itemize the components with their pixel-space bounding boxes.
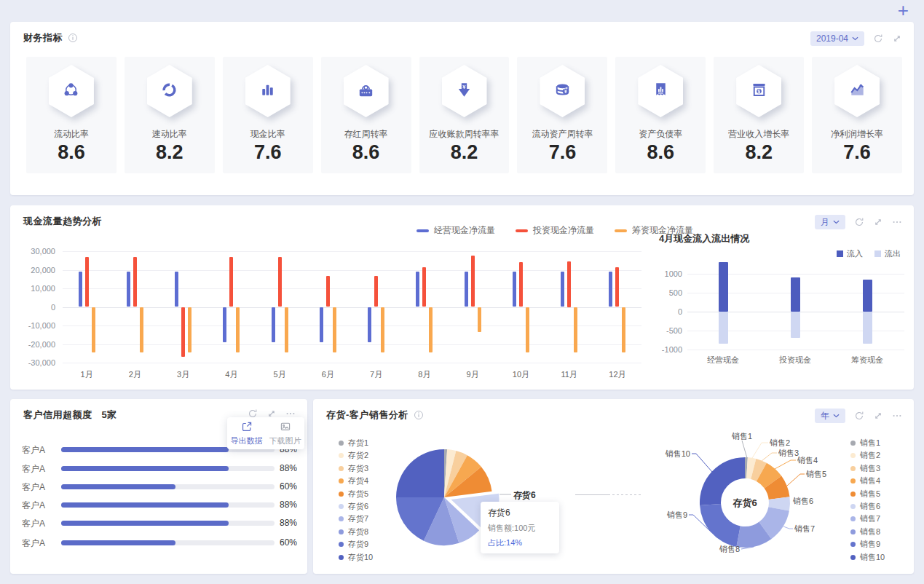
donut-callout-label: 销售5: [805, 470, 826, 478]
info-icon[interactable]: [68, 33, 78, 43]
customer-label: 客户A: [22, 537, 45, 550]
finance-period-dropdown[interactable]: 2019-04: [810, 31, 864, 46]
kpi-label: 流动资产周转率: [517, 128, 607, 141]
kpi-label: 存红周转率: [321, 128, 411, 141]
legend-dot: [339, 466, 344, 471]
progress-fill[interactable]: [61, 540, 175, 545]
inventory-period-dropdown[interactable]: 年: [815, 409, 845, 423]
donut-callout-label: 销售7: [794, 524, 815, 533]
legend-item[interactable]: 销售1: [850, 438, 880, 449]
refresh-icon[interactable]: [854, 217, 864, 227]
legend-dot: [339, 504, 344, 509]
legend-item[interactable]: 销售2: [850, 450, 880, 461]
kpi-card[interactable]: $营业收入增长率8.2: [714, 57, 804, 173]
legend-dot: [339, 492, 344, 497]
legend-item[interactable]: 销售8: [850, 526, 880, 537]
kpi-card[interactable]: 资产负债率8.6: [615, 57, 706, 173]
legend-dot: [850, 504, 856, 509]
legend-dot: [339, 453, 344, 458]
x-axis-label: 经营现金: [707, 355, 739, 366]
add-widget-button[interactable]: +: [898, 0, 909, 20]
legend-dot: [850, 555, 856, 560]
gridline: [687, 350, 904, 350]
dashboard: + 财务指标 2019-04 流动比率8.6速动比率8.2现金比率7.6存红周转…: [0, 0, 924, 584]
legend-item[interactable]: 销售10: [850, 552, 885, 563]
legend-item[interactable]: 存货6: [339, 501, 368, 512]
hexagon-badge: ¥: [540, 65, 585, 117]
cashflow-period-dropdown[interactable]: 月: [815, 215, 845, 229]
legend-item[interactable]: 存货3: [339, 463, 368, 474]
download-image-menu-item[interactable]: 下载图片: [266, 417, 304, 449]
y-axis-label: 0: [642, 307, 682, 316]
donut-callout-label: 销售2: [769, 438, 790, 447]
callout-line: [787, 474, 805, 486]
share-network-icon: [61, 80, 81, 103]
more-options-icon[interactable]: [892, 411, 902, 421]
legend-item[interactable]: 销售9: [850, 539, 880, 550]
legend-item[interactable]: 存货8: [339, 526, 368, 537]
legend-item[interactable]: 销售3: [850, 463, 880, 474]
donut-callout-label: 销售1: [731, 432, 752, 441]
kpi-card[interactable]: ¥流动资产周转率7.6: [517, 57, 607, 173]
expand-icon[interactable]: [873, 217, 883, 227]
legend-item[interactable]: 存货5: [339, 489, 368, 500]
info-icon[interactable]: [414, 410, 424, 420]
legend-item[interactable]: 销售4: [850, 476, 880, 486]
outflow-bar[interactable]: [791, 312, 800, 338]
kpi-card[interactable]: 现金比率7.6: [223, 57, 313, 173]
progress-fill[interactable]: [61, 447, 229, 452]
kpi-card[interactable]: 流动比率8.6: [26, 57, 117, 173]
progress-fill[interactable]: [61, 484, 175, 489]
legend-dot: [850, 453, 856, 458]
kpi-value: 8.6: [321, 141, 411, 164]
kpi-card[interactable]: 存红周转率8.6: [321, 57, 411, 173]
storefront-icon: $: [749, 80, 769, 103]
inflow-bar[interactable]: [863, 280, 872, 312]
donut-callout-label: 销售8: [719, 545, 740, 553]
refresh-icon[interactable]: [854, 411, 864, 421]
cashflow-panel-title: 现金流量趋势分析: [23, 215, 102, 228]
inflow-bar[interactable]: [719, 262, 728, 312]
refresh-icon[interactable]: [873, 33, 883, 44]
percent-value: 88%: [280, 500, 297, 510]
export-icon: [241, 421, 253, 434]
legend-dot: [850, 529, 856, 534]
donut-slice[interactable]: [700, 504, 741, 547]
legend-item[interactable]: 销售6: [850, 501, 880, 512]
kpi-card[interactable]: 净利润增长率7.6: [812, 57, 902, 173]
kpi-card[interactable]: 速动比率8.2: [125, 57, 215, 173]
y-axis-label: -500: [642, 326, 682, 335]
legend-item[interactable]: 销售7: [850, 513, 880, 524]
outflow-bar[interactable]: [719, 312, 728, 344]
y-axis-label: 1000: [642, 269, 682, 278]
chevron-down-icon: [833, 220, 840, 224]
inventory-panel-title: 存货-客户销售分析: [326, 409, 408, 422]
progress-fill[interactable]: [61, 466, 229, 471]
hexagon-badge: [638, 65, 683, 117]
x-axis-label: 投资现金: [779, 355, 811, 366]
kpi-label: 营业收入增长率: [714, 128, 804, 141]
kpi-value: 8.6: [615, 141, 706, 164]
credit-count-badge: 5家: [102, 409, 117, 422]
legend-item[interactable]: 存货2: [339, 450, 368, 461]
tooltip-title: 存货6: [488, 507, 552, 519]
legend-item[interactable]: 存货1: [339, 438, 368, 449]
legend-item[interactable]: 存货7: [339, 513, 368, 524]
more-options-icon[interactable]: [892, 217, 902, 227]
legend-item[interactable]: 存货4: [339, 476, 368, 486]
kpi-value: 8.2: [419, 141, 510, 164]
progress-fill[interactable]: [61, 521, 229, 526]
outflow-bar[interactable]: [863, 312, 872, 344]
export-data-menu-item[interactable]: 导出数据: [227, 417, 266, 449]
legend-item[interactable]: 存货9: [339, 539, 368, 550]
inflow-bar[interactable]: [791, 277, 800, 312]
legend-item[interactable]: 销售5: [850, 489, 880, 500]
kpi-card[interactable]: ¥应收账款周转率率8.2: [419, 57, 510, 173]
progress-fill[interactable]: [61, 502, 229, 508]
expand-icon[interactable]: [873, 411, 883, 421]
hexagon-badge: [147, 65, 192, 117]
pie-slice[interactable]: [396, 449, 444, 497]
credit-row: 客户A88%: [22, 517, 299, 529]
legend-item[interactable]: 存货10: [339, 552, 373, 563]
expand-icon[interactable]: [892, 33, 902, 44]
